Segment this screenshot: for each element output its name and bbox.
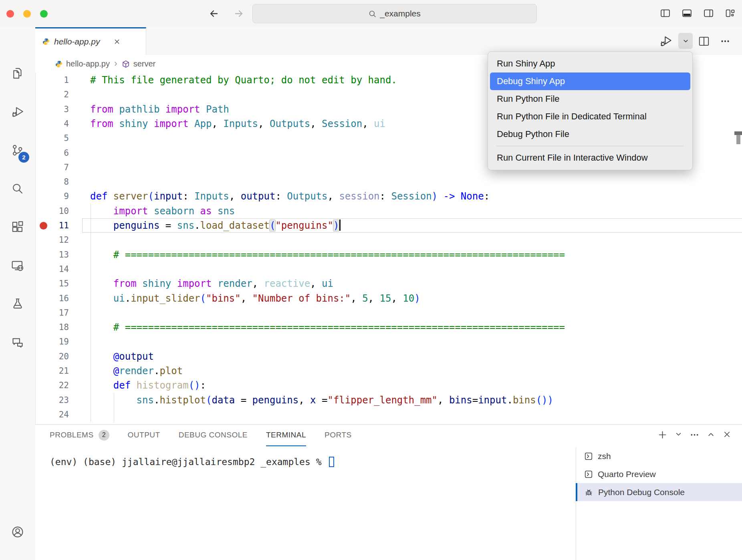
code-line[interactable]: 20 @output (35, 349, 742, 364)
sidebar-item-testing[interactable] (0, 291, 35, 317)
menu-item[interactable]: Run Python File in Dedicated Terminal (490, 108, 690, 125)
line-number[interactable]: 10 (35, 204, 69, 218)
close-window-button[interactable] (6, 10, 14, 18)
titlebar: _examples (0, 0, 742, 28)
code-line[interactable]: 9def server(input: Inputs, output: Outpu… (35, 189, 742, 203)
code-line[interactable]: 13 # ===================================… (35, 248, 742, 262)
tab-hello-app[interactable]: hello-app.py (35, 27, 146, 55)
line-number[interactable]: 12 (35, 233, 69, 247)
line-number[interactable]: 19 (35, 334, 69, 349)
code-line[interactable]: 24 (35, 407, 742, 422)
scrollbar-handle[interactable] (736, 135, 740, 144)
sidebar-item-extensions[interactable] (0, 214, 35, 240)
code-line[interactable]: 11 penguins = sns.load_dataset("penguins… (35, 218, 742, 233)
menu-item[interactable]: Debug Python File (490, 125, 690, 143)
code-line[interactable]: 22 def histogram(): (35, 378, 742, 393)
breadcrumb-symbol[interactable]: server (133, 59, 156, 68)
line-number[interactable]: 18 (35, 320, 69, 334)
scrollbar-marker[interactable] (734, 131, 742, 135)
line-number[interactable]: 20 (35, 349, 69, 364)
code-line[interactable]: 12 (35, 233, 742, 247)
line-number[interactable]: 9 (35, 189, 69, 203)
panel-tab-debug-console[interactable]: DEBUG CONSOLE (179, 425, 248, 446)
line-number[interactable]: 13 (35, 248, 69, 262)
line-number[interactable]: 21 (35, 364, 69, 378)
more-actions-icon[interactable] (719, 35, 731, 47)
extensions-icon (11, 220, 24, 234)
search-value: _examples (380, 9, 421, 18)
terminal-prompt: (env) (base) jjallaire@jjallairesmbp2 _e… (50, 457, 327, 467)
breakpoint-dot[interactable] (40, 222, 47, 230)
line-number[interactable]: 23 (35, 393, 69, 407)
line-number[interactable]: 2 (35, 87, 69, 102)
layout-sidebar-left-icon[interactable] (660, 8, 671, 19)
close-panel-icon[interactable] (722, 430, 732, 440)
line-number[interactable]: 3 (35, 102, 69, 117)
code-text: sns.histplot(data = penguins, x ="flippe… (90, 393, 553, 407)
line-number[interactable]: 24 (35, 407, 69, 422)
sidebar-item-comments[interactable] (0, 330, 35, 355)
line-number[interactable]: 8 (35, 175, 69, 189)
line-number[interactable]: 7 (35, 160, 69, 175)
menu-item[interactable]: Run Current File in Interactive Window (490, 149, 690, 167)
customize-layout-icon[interactable] (725, 8, 736, 19)
indent-guide (91, 306, 91, 320)
code-line[interactable]: 16 ui.input_slider("bins", "Number of bi… (35, 291, 742, 306)
panel-tab-terminal[interactable]: TERMINAL (266, 425, 306, 446)
back-icon[interactable] (208, 7, 220, 20)
line-number[interactable]: 4 (35, 117, 69, 131)
new-terminal-icon[interactable] (657, 430, 667, 440)
menu-item[interactable]: Run Shiny App (490, 55, 690, 73)
line-number[interactable]: 14 (35, 262, 69, 276)
search-input[interactable]: _examples (252, 4, 537, 23)
line-number[interactable]: 16 (35, 291, 69, 306)
sidebar-item-run-and-debug[interactable] (0, 99, 35, 125)
sidebar-item-search[interactable] (0, 176, 35, 201)
line-number[interactable]: 15 (35, 276, 69, 291)
maximize-panel-icon[interactable] (706, 430, 716, 440)
run-options-chevron-button[interactable] (678, 33, 693, 49)
code-line[interactable]: 10 import seaborn as sns (35, 204, 742, 218)
terminal-session-zsh[interactable]: zsh (576, 447, 742, 465)
code-line[interactable]: 21 @render.plot (35, 364, 742, 378)
sidebar-item-remote-explorer[interactable] (0, 253, 35, 278)
breadcrumb-file[interactable]: hello-app.py (66, 59, 110, 68)
more-actions-icon[interactable] (690, 430, 700, 440)
sidebar-item-source-control[interactable]: 2 (0, 137, 35, 163)
terminal[interactable]: (env) (base) jjallaire@jjallairesmbp2 _e… (50, 457, 334, 467)
menu-item[interactable]: Run Python File (490, 90, 690, 108)
code-line[interactable]: 8 (35, 175, 742, 189)
window-controls (6, 10, 48, 18)
code-line[interactable]: 18 # ===================================… (35, 320, 742, 334)
layout-panel-icon[interactable] (682, 8, 692, 19)
sidebar-item-settings[interactable]: 1 (0, 556, 35, 560)
forward-icon[interactable] (232, 7, 245, 20)
search-icon (369, 10, 376, 18)
code-line[interactable]: 14 (35, 262, 742, 276)
menu-item[interactable]: Debug Shiny App (490, 73, 690, 90)
maximize-window-button[interactable] (40, 10, 48, 18)
minimize-window-button[interactable] (23, 10, 31, 18)
sidebar-item-explorer[interactable] (0, 60, 35, 86)
panel-tab-problems[interactable]: PROBLEMS2 (50, 425, 109, 446)
bottom-panel: PROBLEMS2OUTPUTDEBUG CONSOLETERMINALPORT… (35, 424, 742, 560)
line-number[interactable]: 5 (35, 131, 69, 145)
run-or-debug-icon[interactable] (659, 34, 674, 48)
line-number[interactable]: 6 (35, 146, 69, 160)
code-line[interactable]: 19 (35, 334, 742, 349)
line-number[interactable]: 17 (35, 306, 69, 320)
code-line[interactable]: 15 from shiny import render, reactive, u… (35, 276, 742, 291)
terminal-session-python-debug-console[interactable]: Python Debug Console (576, 483, 742, 501)
sidebar-item-accounts[interactable] (0, 519, 35, 545)
panel-tab-output[interactable]: OUTPUT (128, 425, 160, 446)
split-editor-icon[interactable] (698, 35, 710, 47)
code-line[interactable]: 23 sns.histplot(data = penguins, x ="fli… (35, 393, 742, 407)
terminal-session-quarto-preview[interactable]: Quarto Preview (576, 465, 742, 483)
launch-profile-icon[interactable] (674, 430, 683, 440)
close-tab-icon[interactable] (114, 38, 120, 45)
line-number[interactable]: 22 (35, 378, 69, 393)
code-line[interactable]: 17 (35, 306, 742, 320)
line-number[interactable]: 1 (35, 73, 69, 87)
layout-sidebar-right-icon[interactable] (703, 8, 714, 19)
panel-tab-ports[interactable]: PORTS (325, 425, 352, 446)
